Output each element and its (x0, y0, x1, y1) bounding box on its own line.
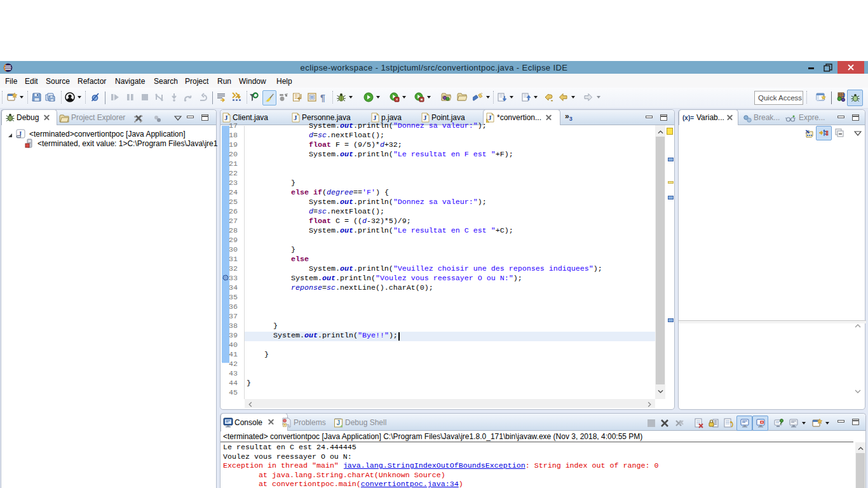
svg-text:J: J (337, 419, 341, 426)
svg-text:J: J (488, 114, 492, 121)
svg-text:J: J (373, 114, 377, 121)
svg-text:J: J (423, 114, 427, 121)
svg-text:J: J (294, 114, 297, 121)
svg-text:J: J (224, 114, 228, 121)
svg-text:J: J (842, 92, 845, 98)
